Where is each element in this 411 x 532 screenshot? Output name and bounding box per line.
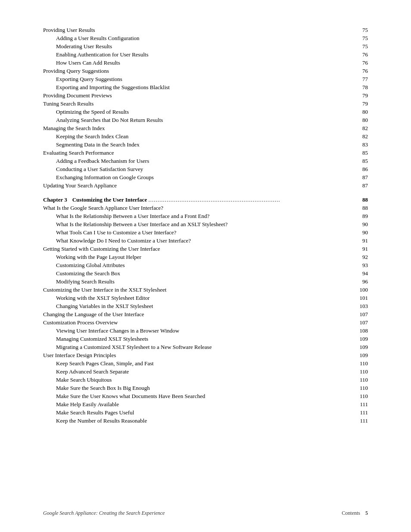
- toc-entry-text: Providing Query Suggestions: [43, 67, 351, 75]
- toc-entry-text: Managing Customized XSLT Stylesheets: [43, 335, 351, 343]
- toc-page-num: 77: [351, 75, 368, 83]
- toc-row: Getting Started with Customizing the Use…: [43, 245, 368, 253]
- toc-row: Updating Your Search Appliance87: [43, 181, 368, 190]
- toc-entry-text: Providing User Results: [43, 26, 351, 34]
- toc-row: Migrating a Customized XSLT Stylesheet t…: [43, 343, 368, 351]
- toc-row: Working with the Page Layout Helper92: [43, 253, 368, 261]
- toc-row: Viewing User Interface Changes in a Brow…: [43, 327, 368, 335]
- toc-page-num: 86: [351, 165, 368, 173]
- toc-page-num: 87: [351, 181, 368, 190]
- toc-page-num: 85: [351, 157, 368, 165]
- toc-row: Keep Advanced Search Separate110: [43, 367, 368, 376]
- toc-entry-text: Customizing Global Attributes: [43, 261, 351, 269]
- toc-page-num: 92: [351, 253, 368, 261]
- toc-entry-text: Tuning Search Results: [43, 100, 351, 108]
- toc-row: Make Sure the Search Box Is Big Enough11…: [43, 384, 368, 392]
- toc-entry-text: Adding a Feedback Mechanism for Users: [43, 157, 351, 165]
- toc-row: Make Help Easily Available111: [43, 400, 368, 408]
- toc-row: Make Sure the User Knows what Documents …: [43, 392, 368, 400]
- toc-row: Exporting Query Suggestions77: [43, 75, 368, 83]
- toc-page-num: 91: [351, 245, 368, 253]
- toc-entry-text: Make Sure the User Knows what Documents …: [43, 392, 351, 400]
- toc-entry-text: Customization Process Overview: [43, 318, 351, 327]
- toc-row: Adding a Feedback Mechanism for Users85: [43, 157, 368, 165]
- toc-entry-text: User Interface Design Principles: [43, 351, 351, 359]
- toc-chapter-row: Chapter 3Customizing the User Interface …: [43, 196, 368, 204]
- toc-page-num: 88: [351, 204, 368, 212]
- toc-row: Providing Document Previews79: [43, 91, 368, 100]
- toc-row: Providing Query Suggestions76: [43, 67, 368, 75]
- toc-page-num: 75: [351, 26, 368, 34]
- toc-spacer: [43, 190, 368, 196]
- toc-page-num: 76: [351, 67, 368, 75]
- toc-entry-text: Exporting and Importing the Suggestions …: [43, 83, 351, 91]
- toc-entry-text: Changing Variables in the XSLT Styleshee…: [43, 302, 351, 310]
- toc-row: Working with the XSLT Stylesheet Editor1…: [43, 294, 368, 302]
- toc-entry-text: Optimizing the Speed of Results: [43, 108, 351, 116]
- toc-row: Keep Search Pages Clean, Simple, and Fas…: [43, 359, 368, 367]
- toc-page-num: 80: [351, 116, 368, 124]
- toc-page-num: 82: [351, 132, 368, 140]
- toc-row: Modifying Search Results96: [43, 277, 368, 286]
- toc-page-num: 110: [351, 392, 368, 400]
- toc-page-num: 110: [351, 367, 368, 376]
- toc-entry-text: Viewing User Interface Changes in a Brow…: [43, 327, 351, 335]
- toc-row: What Knowledge Do I Need to Customize a …: [43, 236, 368, 245]
- toc-entry-text: Working with the XSLT Stylesheet Editor: [43, 294, 351, 302]
- toc-row: Exporting and Importing the Suggestions …: [43, 83, 368, 91]
- page-content: Providing User Results75Adding a User Re…: [0, 0, 411, 459]
- toc-row: Enabling Authentication for User Results…: [43, 50, 368, 59]
- toc-entry-text: What Is the Relationship Between a User …: [43, 212, 351, 220]
- toc-page-num: 109: [351, 335, 368, 343]
- toc-page-num: 110: [351, 359, 368, 367]
- toc-page-num: 80: [351, 108, 368, 116]
- toc-row: What Is the Google Search Appliance User…: [43, 204, 368, 212]
- toc-page-num: 107: [351, 318, 368, 327]
- toc-row: What Is the Relationship Between a User …: [43, 212, 368, 220]
- toc-page-num: 100: [351, 286, 368, 294]
- toc-page-num: 75: [351, 34, 368, 42]
- toc-row: Managing the Search Index82: [43, 124, 368, 132]
- toc-entry-text: Analyzing Searches that Do Not Return Re…: [43, 116, 351, 124]
- toc-entry-text: Make Search Ubiquitous: [43, 376, 351, 384]
- toc-row: Tuning Search Results79: [43, 100, 368, 108]
- toc-row: What Tools Can I Use to Customize a User…: [43, 228, 368, 236]
- toc-row: Keep the Number of Results Reasonable111: [43, 417, 368, 425]
- toc-row: Make Search Results Pages Useful111: [43, 408, 368, 417]
- toc-row: Customizing the Search Box94: [43, 269, 368, 277]
- toc-entry-text: Customizing the Search Box: [43, 269, 351, 277]
- toc-entry-text: Make Sure the Search Box Is Big Enough: [43, 384, 351, 392]
- toc-entry-text: Managing the Search Index: [43, 124, 351, 132]
- chapter-label: Chapter 3: [43, 196, 72, 203]
- toc-page-num: 79: [351, 100, 368, 108]
- toc-entry-text: Make Help Easily Available: [43, 400, 351, 408]
- toc-row: Moderating User Results75: [43, 42, 368, 50]
- toc-page-num: 87: [351, 173, 368, 181]
- toc-entry-text: Moderating User Results: [43, 42, 351, 50]
- toc-page-num: 76: [351, 50, 368, 59]
- toc-page-num: 79: [351, 91, 368, 100]
- toc-entry-text: Keep the Number of Results Reasonable: [43, 417, 351, 425]
- toc-page-num: 109: [351, 343, 368, 351]
- toc-entry-text: Changing the Language of the User Interf…: [43, 310, 351, 318]
- toc-row: Analyzing Searches that Do Not Return Re…: [43, 116, 368, 124]
- toc-row: Customizing Global Attributes93: [43, 261, 368, 269]
- toc-entry-text: Conducting a User Satisfaction Survey: [43, 165, 351, 173]
- toc-page-num: 103: [351, 302, 368, 310]
- toc-page-num: 83: [351, 140, 368, 149]
- toc-page-num: 107: [351, 310, 368, 318]
- toc-entry-text: Keeping the Search Index Clean: [43, 132, 351, 140]
- toc-row: Customization Process Overview107: [43, 318, 368, 327]
- toc-entry-text: Modifying Search Results: [43, 277, 351, 286]
- toc-row: Changing the Language of the User Interf…: [43, 310, 368, 318]
- toc-entry-text: Segmenting Data in the Search Index: [43, 140, 351, 149]
- toc-entry-text: Working with the Page Layout Helper: [43, 253, 351, 261]
- toc-entry-text: Adding a User Results Configuration: [43, 34, 351, 42]
- toc-entry-text: Evaluating Search Performance: [43, 149, 351, 157]
- toc-entry-text: What Tools Can I Use to Customize a User…: [43, 228, 351, 236]
- toc-row: Managing Customized XSLT Stylesheets109: [43, 335, 368, 343]
- footer-center: Contents: [342, 510, 360, 516]
- toc-entry-text: What Is the Relationship Between a User …: [43, 220, 351, 228]
- toc-entry-text: Customizing the User Interface in the XS…: [43, 286, 351, 294]
- toc-entry-text: Exporting Query Suggestions: [43, 75, 351, 83]
